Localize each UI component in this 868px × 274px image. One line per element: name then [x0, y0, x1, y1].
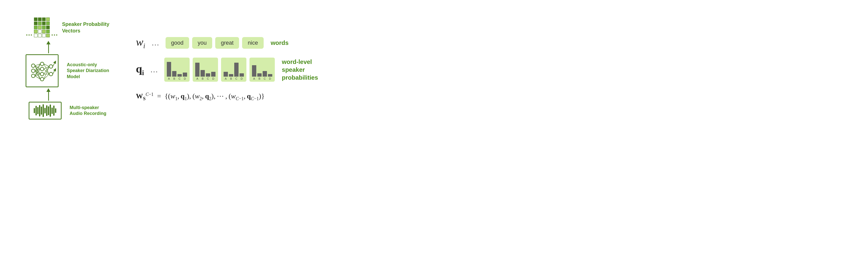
bar-label-b: B [258, 77, 260, 80]
pipeline-diagram: … [14, 18, 121, 120]
bar-item: A [195, 63, 199, 80]
arrow-audio-to-nn [46, 88, 51, 101]
bar-a [195, 63, 199, 77]
bar-item: A [252, 65, 256, 80]
bar-label-b: B [230, 77, 232, 80]
word-pill-you: you [192, 37, 212, 49]
bar-label-d: D [212, 77, 214, 80]
probs-label-2: speaker [282, 66, 305, 73]
bar-item: C [262, 71, 267, 80]
bar-a [224, 72, 228, 77]
bar-item: D [240, 73, 244, 80]
probs-dots: … [150, 65, 158, 74]
bar-label-d: D [269, 77, 271, 80]
svg-point-4 [40, 67, 44, 71]
word-pill-nice: nice [242, 37, 264, 49]
bar-item: B [257, 73, 261, 80]
bar-item: B [200, 70, 205, 80]
word-pill-good: good [165, 37, 189, 49]
bar-chart-4: A B C D [249, 58, 275, 82]
spv-row: … [26, 18, 110, 37]
bar-label-c: C [264, 77, 266, 80]
audio-label: Multi-speaker Audio Recording [70, 105, 106, 117]
bar-label-b: B [174, 77, 175, 80]
arrowhead-up [46, 41, 51, 44]
bar-item: C [206, 73, 210, 80]
bar-c [178, 74, 182, 77]
bars-area-1: A B C D [167, 64, 187, 80]
nn-label: Acoustic-only Speaker Diarization Model [67, 62, 109, 80]
bar-item: D [268, 74, 272, 80]
arrow-line [48, 44, 49, 53]
words-dots: … [151, 38, 159, 48]
svg-point-2 [31, 74, 35, 78]
qi-label: qi [136, 62, 144, 77]
bar-label-d: D [184, 77, 186, 80]
bar-b [257, 73, 261, 77]
svg-point-0 [31, 64, 35, 67]
bar-item: B [172, 71, 177, 80]
svg-point-3 [40, 62, 44, 66]
bar-d [211, 72, 215, 77]
bar-label-c: C [179, 77, 181, 80]
bar-item: B [229, 74, 233, 80]
dots-left: … [26, 29, 33, 37]
bar-label-d: D [241, 77, 243, 80]
bar-label-c: C [235, 77, 237, 80]
words-row: wi … good you great nice words [136, 35, 420, 50]
spv-vectors: … [26, 18, 58, 37]
svg-point-5 [40, 72, 44, 76]
bar-label-c: C [207, 77, 209, 80]
bar-d [183, 72, 187, 77]
svg-line-28 [44, 74, 49, 79]
bar-a [167, 62, 171, 77]
bar-label-a: A [196, 77, 198, 80]
bar-a [252, 65, 256, 77]
bar-item: C [234, 63, 239, 80]
svg-point-6 [40, 78, 44, 81]
bar-d [268, 74, 272, 77]
nn-box [26, 54, 59, 87]
bars-area-4: A B C D [252, 64, 272, 80]
bar-item: D [183, 72, 187, 80]
dots-right: … [51, 29, 58, 37]
bar-label-a: A [168, 77, 170, 80]
nn-row: Acoustic-only Speaker Diarization Model [26, 54, 109, 87]
bar-chart-1: A B C D [164, 58, 190, 82]
arrow-line2 [48, 92, 49, 101]
bar-item: C [178, 74, 182, 80]
probs-text: word-level speaker probabilities [282, 58, 318, 82]
formula-text: WSC−1 = {(w1, q1), (w2, q2), ⋯ , (wC−1, … [136, 92, 265, 101]
bar-c [234, 63, 239, 77]
bar-d [240, 73, 244, 77]
svg-line-26 [44, 69, 49, 74]
bar-chart-3: A B C D [221, 58, 246, 82]
bar-item: A [167, 62, 171, 80]
arrowhead-up2 [46, 88, 51, 92]
bars-area-3: A B C D [224, 64, 244, 80]
bar-charts: A B C D [164, 58, 275, 82]
bar-label-a: A [253, 77, 255, 80]
probs-label-3: probabilities [282, 74, 318, 81]
bar-label-a: A [225, 77, 227, 80]
audio-row: Multi-speaker Audio Recording [29, 102, 106, 120]
svg-line-29 [53, 62, 55, 66]
bar-chart-2: A B C D [193, 58, 218, 82]
svg-line-30 [53, 69, 55, 74]
bar-b [229, 74, 233, 77]
probs-label-1: word-level [282, 58, 312, 65]
bar-b [172, 71, 177, 77]
bar-c [206, 73, 210, 77]
bar-label-b: B [202, 77, 204, 80]
svg-point-1 [31, 69, 35, 72]
svg-point-7 [49, 65, 53, 68]
word-pill-great: great [215, 37, 239, 49]
probs-row: qi … A B [136, 58, 420, 82]
left-panel: … [14, 18, 121, 120]
spv-label: Speaker Probability Vectors [62, 21, 110, 34]
formula-row: WSC−1 = {(w1, q1), (w2, q2), ⋯ , (wC−1, … [136, 92, 420, 101]
wi-label: wi [136, 35, 145, 50]
nn-icon [28, 57, 56, 85]
bar-b [200, 70, 205, 77]
bar-item: D [211, 72, 215, 80]
